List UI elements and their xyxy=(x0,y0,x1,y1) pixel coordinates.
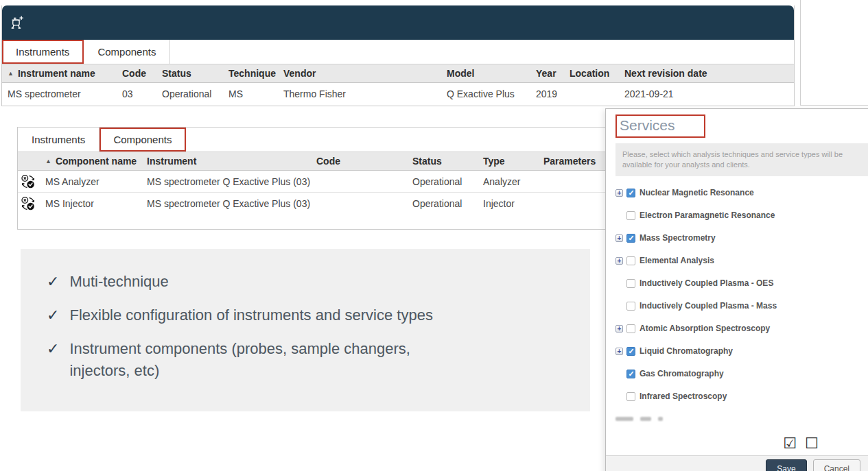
tree-item-label: Liquid Chromatography xyxy=(640,346,733,356)
table-cell: Thermo Fisher xyxy=(278,88,441,99)
selectall-row: ☑ ☐ xyxy=(725,436,868,451)
checkbox-unchecked[interactable] xyxy=(626,211,635,220)
table-cell: Operational xyxy=(156,88,223,99)
feature-item: ✓Flexible configuration of instruments a… xyxy=(47,304,458,326)
tree-item-clipped xyxy=(615,412,868,426)
instruments-panel: InstrumentsComponents ▲Instrument nameCo… xyxy=(1,5,795,106)
tree-item: Inductively Coupled Plasma - OES xyxy=(615,276,868,290)
services-dialog: Services Please, select which analysis t… xyxy=(605,108,868,471)
instrument-add-icon xyxy=(9,15,24,30)
tree-item: +Atomic Absorption Spectroscopy xyxy=(615,322,868,335)
row-actions-cell xyxy=(18,174,40,189)
select-all-icon[interactable]: ☑ xyxy=(783,436,797,451)
checkbox-unchecked[interactable] xyxy=(626,256,635,265)
check-icon: ✓ xyxy=(47,271,59,293)
table-cell: MS Analyzer xyxy=(40,176,141,187)
tree-item: Inductively Coupled Plasma - Mass xyxy=(615,299,868,313)
checkbox-unchecked[interactable] xyxy=(626,392,635,401)
expand-plus-icon[interactable]: + xyxy=(615,234,623,242)
header-cell-next-revision-date[interactable]: Next revision date xyxy=(619,68,794,79)
table-cell: Analyzer xyxy=(478,176,538,187)
instruments-panel-tabs: InstrumentsComponents xyxy=(2,40,794,64)
header-cell-code[interactable]: Code xyxy=(311,156,407,167)
tree-item-label: Atomic Absorption Spectroscopy xyxy=(640,324,770,333)
feature-highlights-box: ✓Muti-technique✓Flexible configuration o… xyxy=(21,249,590,411)
expand-plus-icon[interactable]: + xyxy=(615,189,623,197)
tree-item-label: Elemental Analysis xyxy=(640,256,714,265)
header-cell-instrument[interactable]: Instrument xyxy=(141,156,311,167)
clipped-content xyxy=(640,417,651,421)
sort-asc-icon: ▲ xyxy=(8,70,14,77)
table-cell: 2021-09-21 xyxy=(619,88,794,99)
table-cell: Operational xyxy=(407,176,478,187)
checkbox-unchecked[interactable] xyxy=(626,302,635,311)
header-cell-component-name[interactable]: ▲Component name xyxy=(40,156,141,167)
tree-item-label: Inductively Coupled Plasma - Mass xyxy=(640,301,777,311)
header-cell-status[interactable]: Status xyxy=(407,156,478,167)
checkbox-unchecked[interactable] xyxy=(626,279,635,288)
tree-item-label: Gas Chromatography xyxy=(640,369,724,378)
check-icon: ✓ xyxy=(47,304,59,326)
header-cell-type[interactable]: Type xyxy=(478,156,538,167)
header-cell-vendor[interactable]: Vendor xyxy=(278,68,441,79)
tab-components[interactable]: Components xyxy=(99,128,186,152)
header-cell-model[interactable]: Model xyxy=(441,68,530,79)
sort-asc-icon: ▲ xyxy=(45,158,51,165)
table-cell: MS Injector xyxy=(40,198,141,209)
row-actions-cell xyxy=(18,196,40,211)
checkbox-checked[interactable] xyxy=(626,189,635,197)
tab-instruments[interactable]: Instruments xyxy=(2,40,84,64)
expand-plus-icon[interactable]: + xyxy=(615,257,623,265)
header-cell-parameters[interactable]: Parameters xyxy=(538,156,605,167)
feature-text: Instrument components (probes, sample ch… xyxy=(69,338,440,382)
app-header-bar xyxy=(2,5,794,40)
table-row[interactable]: MS spectrometer03OperationalMSThermo Fis… xyxy=(2,83,794,104)
header-cell-instrument-name[interactable]: ▲Instrument name xyxy=(2,68,117,79)
table-cell: Q Exactive Plus xyxy=(441,88,530,99)
tree-item-label: Inductively Coupled Plasma - OES xyxy=(640,278,773,288)
toggle-status-icon[interactable] xyxy=(21,196,36,211)
toggle-status-icon[interactable] xyxy=(21,174,36,189)
check-icon: ✓ xyxy=(47,338,59,382)
tree-item-label: Electron Paramagnetic Resonance xyxy=(640,210,775,220)
table-cell: MS spectrometer Q Exactive Plus (03) xyxy=(141,176,311,187)
tree-item: +Elemental Analysis xyxy=(615,254,868,267)
tab-instruments[interactable]: Instruments xyxy=(18,128,99,152)
header-cell-code[interactable]: Code xyxy=(117,68,156,79)
save-button[interactable]: Save xyxy=(766,459,806,471)
header-cell-status[interactable]: Status xyxy=(156,68,223,79)
table-cell: Operational xyxy=(407,198,478,209)
services-technique-tree: +Nuclear Magnetic ResonanceElectron Para… xyxy=(615,186,868,435)
expand-plus-icon[interactable]: + xyxy=(615,348,623,355)
cancel-button[interactable]: Cancel xyxy=(813,459,860,471)
table-header-row: ▲Instrument nameCodeStatusTechniqueVendo… xyxy=(2,64,794,83)
feature-item: ✓Instrument components (probes, sample c… xyxy=(47,338,458,382)
clipped-content xyxy=(658,417,663,421)
deselect-all-icon[interactable]: ☐ xyxy=(805,436,819,451)
feature-text: Muti-technique xyxy=(69,271,168,293)
services-dialog-title: Services xyxy=(617,116,704,136)
checkbox-checked[interactable] xyxy=(626,234,635,243)
tree-item: +Nuclear Magnetic Resonance xyxy=(615,186,868,200)
tree-item: Infrared Spectroscopy xyxy=(615,389,868,403)
clipped-content xyxy=(615,417,633,421)
header-cell-technique[interactable]: Technique xyxy=(223,68,278,79)
instruments-table: ▲Instrument nameCodeStatusTechniqueVendo… xyxy=(2,64,794,104)
checkbox-checked[interactable] xyxy=(626,370,635,378)
tree-item-label: Infrared Spectroscopy xyxy=(640,391,727,401)
checkbox-checked[interactable] xyxy=(626,347,635,356)
expand-plus-icon[interactable]: + xyxy=(615,325,623,333)
services-dialog-footer: Save Cancel xyxy=(606,455,868,471)
table-cell: MS spectrometer xyxy=(2,88,117,99)
services-dialog-description: Please, select which analysis techniques… xyxy=(615,143,868,176)
header-cell-location[interactable]: Location xyxy=(564,68,619,79)
tab-components[interactable]: Components xyxy=(84,40,170,64)
table-cell: Injector xyxy=(478,198,538,209)
backdrop-sheet-edge xyxy=(800,0,868,106)
tree-item: Electron Paramagnetic Resonance xyxy=(615,208,868,222)
feature-text: Flexible configuration of instruments an… xyxy=(69,304,432,326)
header-cell-year[interactable]: Year xyxy=(530,68,564,79)
checkbox-unchecked[interactable] xyxy=(626,324,635,333)
tree-item-label: Mass Spectrometry xyxy=(640,233,716,243)
tree-item: Gas Chromatography xyxy=(615,367,868,381)
